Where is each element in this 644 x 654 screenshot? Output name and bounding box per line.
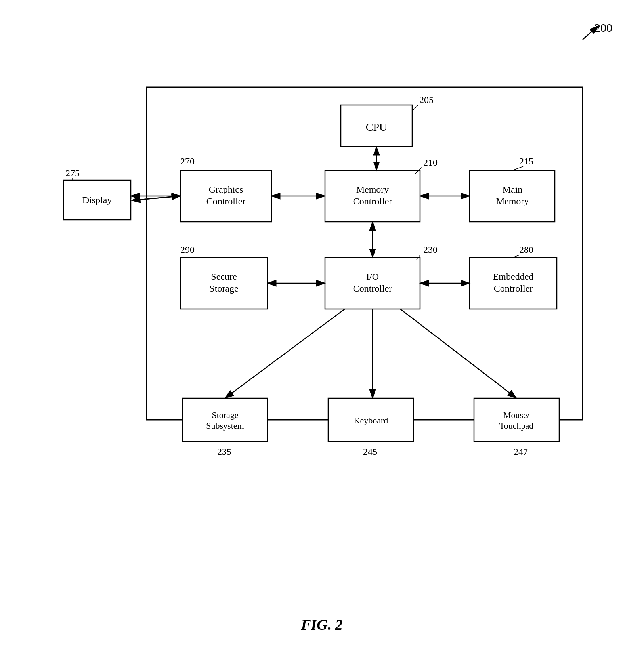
memory-controller-box [325,170,420,222]
stor-sub-label-1: Storage [212,410,238,420]
ref-215: 215 [519,156,533,166]
display-box [63,180,131,220]
ref-205: 205 [419,95,434,105]
mem-ctrl-label-2: Controller [353,196,392,206]
ref-235: 235 [217,446,231,457]
display-to-gfxctrl-arrow [132,196,180,200]
mouse-touchpad-box [474,398,559,442]
ref-270: 270 [180,156,195,166]
storage-subsystem-box [182,398,268,442]
ref-210-line [415,167,422,174]
display-label: Display [82,195,112,205]
cover [131,196,180,200]
mem-ctrl-label-1: Memory [356,184,389,194]
ref-275: 275 [65,168,80,178]
ref-200-arrow [583,26,598,40]
fig-label: FIG. 2 [300,616,343,633]
gfx-ctrl-label-2: Controller [206,196,246,206]
embed-ctrl-label-2: Controller [494,283,533,294]
embed-ctrl-label-1: Embedded [493,271,534,282]
ref-200-label: 200 [594,21,612,34]
graphics-controller-box [180,170,271,222]
ref-247: 247 [514,446,528,457]
mouse-label-1: Mouse/ [503,410,530,420]
ioctrl-to-mouse-arrow [400,309,516,398]
keyboard-box [328,398,413,442]
outer-box [147,87,583,420]
ref-230: 230 [423,244,438,255]
secure-stor-label-1: Secure [211,271,237,282]
io-controller-box [325,257,420,309]
ref-210: 210 [423,157,438,168]
main-mem-label-2: Memory [496,196,529,206]
secure-stor-label-2: Storage [209,283,238,294]
cpu-label: CPU [366,121,387,133]
ioctrl-to-storsub-arrow [225,309,345,398]
main-mem-label-1: Main [503,184,523,194]
secure-storage-box [180,257,268,309]
io-ctrl-label-1: I/O [366,271,379,282]
ref-290: 290 [180,244,195,255]
keyboard-label: Keyboard [354,416,388,425]
embedded-controller-box [470,257,557,309]
ref-230-line [416,255,420,259]
io-ctrl-label-2: Controller [353,283,392,294]
ref-205-line [412,105,418,111]
gfx-ctrl-label-1: Graphics [209,184,243,194]
gfxctrl-to-display-arrow [132,196,180,200]
ref-245: 245 [363,446,377,457]
mouse-label-2: Touchpad [499,421,533,431]
stor-sub-label-2: Subsystem [206,421,244,431]
cpu-box [341,105,412,147]
ref-280: 280 [519,244,533,255]
ref-280-line [513,255,520,257]
ref-215-line [512,166,523,170]
main-memory-box [470,170,555,222]
